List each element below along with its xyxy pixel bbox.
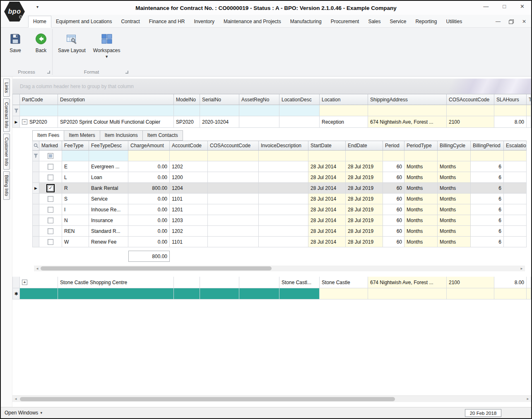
cell-locationdesc[interactable]: Stone Castl... — [279, 277, 320, 288]
master-filter-slahours[interactable] — [494, 105, 527, 116]
cell-charge-amount[interactable]: 0.00 — [128, 172, 170, 183]
new-row-cell-locationdesc[interactable] — [279, 288, 320, 299]
save-button[interactable]: Save — [4, 31, 26, 55]
ribbon-tab-utilities[interactable]: Utilities — [441, 16, 467, 27]
detail-filter-feetype[interactable] — [62, 151, 89, 161]
cell-locationdesc[interactable] — [279, 116, 320, 128]
collapse-row-icon[interactable]: − — [22, 119, 27, 125]
fee-row-ren[interactable]: RENStandard R...0.00120228 Jul 201428 Ju… — [32, 226, 527, 237]
detail-filter-feetypedesc[interactable] — [89, 151, 128, 161]
checkbox-unchecked-icon[interactable] — [48, 196, 53, 202]
cell-fee-type-desc[interactable]: Evergreen ... — [89, 161, 128, 172]
checkbox-unchecked-icon[interactable] — [48, 207, 53, 213]
scroll-right-icon[interactable]: ► — [525, 396, 531, 402]
detail-column-accountcode[interactable]: AccountCode — [170, 141, 208, 151]
cell-cos-account-code[interactable] — [208, 237, 259, 247]
master-filter-t[interactable] — [527, 105, 531, 116]
side-tab-links[interactable]: Links — [3, 79, 10, 97]
cell-cos-account-code[interactable] — [208, 172, 259, 183]
new-row-cell-slahours[interactable] — [494, 288, 527, 299]
cell-charge-amount[interactable]: 0.00 — [128, 215, 170, 226]
cell-start-date[interactable]: 28 Jul 2014 — [308, 226, 346, 237]
cell-shippingaddress[interactable]: 674 Nightwish Ave, Forest ... — [368, 277, 447, 288]
cell-invoice-description[interactable] — [259, 183, 308, 194]
ribbon-tab-reporting[interactable]: Reporting — [411, 16, 441, 27]
cell-billing-cycle[interactable]: Months — [438, 226, 471, 237]
detail-filter-escalatio[interactable] — [504, 151, 527, 161]
detail-column-period[interactable]: Period — [383, 141, 404, 151]
cell-cos-account-code[interactable] — [208, 215, 259, 226]
cell-fee-type[interactable]: I — [62, 204, 89, 215]
ribbon-tab-equipment-and-locations[interactable]: Equipment and Locations — [51, 16, 116, 27]
cell-start-date[interactable]: 28 Jul 2014 — [308, 215, 346, 226]
cell-account-code[interactable]: 1200 — [170, 172, 208, 183]
cell-modelno[interactable] — [174, 277, 200, 288]
cell-fee-type-desc[interactable]: Loan — [89, 172, 128, 183]
cell-fee-type-desc[interactable]: Bank Rental — [89, 183, 128, 194]
cell-billing-period[interactable]: 6 — [471, 161, 504, 172]
cell-serialno[interactable] — [200, 277, 239, 288]
back-button[interactable]: Back — [30, 31, 52, 55]
detail-filter-invoicedescription[interactable] — [259, 151, 308, 161]
marked-filter-checkbox[interactable] — [39, 151, 62, 161]
cell-escalation[interactable] — [504, 172, 527, 183]
cell-start-date[interactable]: 28 Jul 2014 — [308, 237, 346, 247]
cell-marked[interactable]: ✓ — [39, 183, 62, 194]
master-new-row[interactable]: ✱ — [12, 288, 531, 299]
maximize-button[interactable]: □ — [503, 3, 506, 10]
cell-fee-type-desc[interactable]: Standard R... — [89, 226, 128, 237]
fee-row-w[interactable]: WRenew Fee0.00110128 Jul 201428 Jul 2019… — [32, 237, 527, 247]
cell-fee-type[interactable]: REN — [62, 226, 89, 237]
detail-column-feetype[interactable]: FeeType — [62, 141, 89, 151]
cell-fee-type[interactable]: S — [62, 194, 89, 204]
cell-start-date[interactable]: 28 Jul 2014 — [308, 204, 346, 215]
master-filter-partcode[interactable] — [20, 105, 58, 116]
cell-escalation[interactable] — [504, 237, 527, 247]
fee-row-r[interactable]: ▶✓RBank Rental800.00120428 Jul 201428 Ju… — [32, 183, 527, 194]
cell-end-date[interactable]: 28 Jul 2019 — [346, 172, 383, 183]
cell-charge-amount[interactable]: 0.00 — [128, 194, 170, 204]
detail-column-enddate[interactable]: EndDate — [346, 141, 383, 151]
cell-cos-account-code[interactable] — [208, 194, 259, 204]
cell-invoice-description[interactable] — [259, 226, 308, 237]
cell-cosaccountcode[interactable]: 2100 — [447, 277, 494, 288]
detail-column-billingperiod[interactable]: BillingPeriod — [471, 141, 504, 151]
search-icon[interactable] — [32, 141, 39, 151]
expand-row-icon[interactable]: + — [22, 280, 27, 285]
new-row-cell-t[interactable] — [527, 288, 531, 299]
cell-invoice-description[interactable] — [259, 204, 308, 215]
checkbox-unchecked-icon[interactable] — [48, 175, 53, 180]
master-column-locationdesc[interactable]: LocationDesc — [279, 94, 320, 105]
cell-location[interactable]: Stone Castle — [320, 277, 368, 288]
cell-cos-account-code[interactable] — [208, 161, 259, 172]
scrollbar-thumb[interactable] — [41, 266, 272, 271]
cell-period-type[interactable]: Months — [404, 215, 438, 226]
cell-escalation[interactable] — [504, 161, 527, 172]
cell-billing-cycle[interactable]: Months — [438, 161, 471, 172]
cell-account-code[interactable]: 1101 — [170, 194, 208, 204]
cell-marked[interactable] — [39, 215, 62, 226]
cell-end-date[interactable]: 28 Jul 2019 — [346, 194, 383, 204]
new-row-cell-description[interactable] — [58, 288, 174, 299]
detail-horizontal-scrollbar[interactable]: ◄ ► — [34, 266, 525, 271]
cell-modelno[interactable]: SP2020 — [174, 116, 200, 128]
scroll-right-icon[interactable]: ► — [519, 266, 525, 271]
dialog-launcher-icon[interactable] — [125, 71, 128, 74]
cell-slahours[interactable]: 8.00 — [494, 277, 527, 288]
date-field[interactable]: 20 Feb 2018 — [465, 409, 501, 417]
cell-fee-type-desc[interactable]: Insurance — [89, 215, 128, 226]
master-row-sp2020[interactable]: ▶ − SP2020 SP2020 Sprint Colour Multi Fu… — [12, 116, 531, 128]
checkbox-checked-icon[interactable]: ✓ — [48, 185, 53, 191]
cell-end-date[interactable]: 28 Jul 2019 — [346, 237, 383, 247]
fee-row-i[interactable]: IInhouse Re...0.00120128 Jul 201428 Jul … — [32, 204, 527, 215]
scrollbar-thumb[interactable] — [20, 397, 395, 401]
cell-assetregno[interactable] — [239, 116, 279, 128]
detail-filter-billingcycle[interactable] — [438, 151, 471, 161]
detail-column-feetypedesc[interactable]: FeeTypeDesc — [89, 141, 128, 151]
master-column-modelno[interactable]: ModelNo — [174, 94, 200, 105]
cell-period-type[interactable]: Months — [404, 237, 438, 247]
master-column-assetregno[interactable]: AssetRegNo — [239, 94, 279, 105]
cell-period-type[interactable]: Months — [404, 183, 438, 194]
cell-billing-period[interactable]: 6 — [471, 226, 504, 237]
new-row-cell-location[interactable] — [320, 288, 368, 299]
